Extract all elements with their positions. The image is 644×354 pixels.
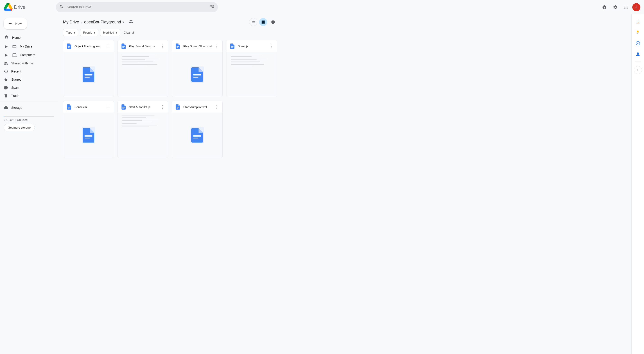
info-button[interactable]	[269, 18, 277, 26]
type-filter-label: Type	[66, 31, 72, 34]
topbar-right: J	[600, 3, 640, 12]
new-button[interactable]: New	[4, 18, 27, 29]
manage-people-button[interactable]	[128, 19, 134, 25]
file-card-start-autopilot-js[interactable]: Start Autopilot.js ⋮	[118, 101, 168, 158]
file-menu-5[interactable]: ⋮	[159, 104, 165, 110]
file-menu-6[interactable]: ⋮	[214, 104, 220, 110]
file-preview-4	[63, 113, 114, 158]
settings-icon[interactable]	[611, 3, 620, 12]
filter-bar: Type ▾ People ▾ Modified ▾ Clear all	[58, 28, 282, 39]
keep-icon-button[interactable]	[634, 28, 642, 37]
file-card-sonar-xml[interactable]: Sonar.xml ⋮	[63, 101, 114, 158]
storage-text: 9 KB of 15 GB used	[4, 118, 54, 122]
sidebar-item-starred-label: Starred	[11, 78, 22, 81]
file-preview-6	[172, 113, 222, 158]
my-drive-icon	[12, 44, 17, 49]
modified-filter-label: Modified	[103, 31, 114, 34]
file-menu-4[interactable]: ⋮	[105, 104, 111, 110]
sidebar-divider	[0, 102, 58, 102]
sidebar-item-shared[interactable]: Shared with me	[0, 59, 54, 67]
file-doc-icon	[175, 43, 181, 49]
storage-icon	[4, 105, 8, 110]
modified-filter[interactable]: Modified ▾	[100, 29, 120, 36]
calendar-icon-button[interactable]	[634, 17, 642, 26]
file-card-header: Sonar.js ⋮	[226, 40, 277, 52]
right-panel-divider	[635, 61, 641, 62]
people-filter[interactable]: People ▾	[80, 29, 98, 36]
svg-rect-5	[637, 22, 638, 22]
search-input[interactable]	[67, 5, 207, 9]
grid-view-button[interactable]	[259, 18, 267, 26]
contacts-icon-button[interactable]	[634, 50, 642, 59]
breadcrumb: My Drive › openBot-Playground ▾	[63, 20, 124, 25]
svg-rect-7	[637, 23, 638, 23]
starred-icon	[4, 77, 8, 82]
sidebar-item-home-label: Home	[12, 36, 20, 40]
type-filter-chevron: ▾	[74, 31, 76, 35]
file-card-header: Start Autopilot.js ⋮	[118, 101, 168, 113]
drive-logo-icon	[4, 3, 12, 12]
preview-lines-3	[231, 55, 272, 67]
search-icon	[60, 5, 64, 10]
file-menu-0[interactable]: ⋮	[105, 43, 111, 50]
breadcrumb-my-drive[interactable]: My Drive	[63, 20, 79, 25]
sidebar-item-computers[interactable]: ▶ Computers	[0, 51, 54, 59]
file-big-icon-4	[82, 127, 95, 143]
folder-name: openBot-Playground ▾	[84, 20, 124, 25]
storage-section: 9 KB of 15 GB used Get more storage	[0, 112, 58, 134]
file-big-icon-6	[190, 127, 204, 143]
sidebar-item-storage[interactable]: Storage	[0, 104, 54, 112]
file-menu-3[interactable]: ⋮	[268, 43, 274, 50]
clear-all-button[interactable]: Clear all	[122, 30, 136, 36]
breadcrumb-separator: ›	[81, 20, 82, 25]
file-card-start-autopilot-xml[interactable]: Start Autopilot.xml ⋮	[172, 101, 222, 158]
topbar: Drive J	[0, 0, 644, 15]
search-filter-icon[interactable]	[210, 5, 214, 10]
sidebar-item-spam[interactable]: Spam	[0, 84, 54, 92]
file-card-object-tracking[interactable]: Object Tracking.xml ⋮	[63, 40, 114, 97]
sidebar-item-my-drive[interactable]: ▶ My Drive	[0, 42, 54, 51]
tasks-icon-button[interactable]	[634, 39, 642, 48]
new-button-label: New	[15, 22, 22, 26]
file-card-play-sound-slow-js[interactable]: Play Sound Slow .js ⋮	[118, 40, 168, 97]
sidebar-item-starred[interactable]: Starred	[0, 76, 54, 84]
file-menu-2[interactable]: ⋮	[214, 43, 220, 50]
file-doc-icon	[66, 43, 72, 49]
modified-filter-chevron: ▾	[116, 31, 117, 35]
file-card-header: Start Autopilot.xml ⋮	[172, 101, 222, 113]
sidebar-item-recent[interactable]: Recent	[0, 67, 54, 76]
file-doc-icon	[175, 104, 181, 110]
people-filter-chevron: ▾	[94, 31, 96, 35]
trash-icon	[4, 94, 8, 98]
list-view-button[interactable]	[249, 18, 257, 26]
sidebar-item-computers-label: Computers	[20, 53, 35, 57]
file-card-play-sound-slow-xml[interactable]: Play Sound Slow .xml ⋮	[172, 40, 222, 97]
search-bar	[56, 2, 218, 13]
apps-icon[interactable]	[622, 3, 630, 12]
folder-dropdown-icon[interactable]: ▾	[122, 20, 124, 24]
file-big-icon-2	[190, 67, 204, 83]
file-preview-1	[118, 52, 168, 97]
get-storage-button[interactable]: Get more storage	[4, 124, 35, 131]
folder-name-text: openBot-Playground	[84, 20, 121, 25]
sidebar-item-trash[interactable]: Trash	[0, 92, 54, 100]
file-doc-icon	[120, 43, 127, 49]
file-card-sonar-js[interactable]: Sonar.js ⋮	[226, 40, 277, 97]
help-icon[interactable]	[600, 3, 609, 12]
sidebar-item-home[interactable]: Home	[0, 33, 54, 42]
add-apps-button[interactable]: +	[634, 66, 642, 74]
avatar[interactable]: J	[632, 3, 640, 11]
logo-text: Drive	[14, 4, 26, 10]
sidebar-item-storage-label: Storage	[11, 106, 22, 109]
file-preview-3	[226, 52, 277, 97]
sidebar: New Home ▶ My Drive ▶ Computers Shared w…	[0, 15, 58, 354]
logo-area: Drive	[4, 3, 53, 12]
preview-lines-1	[122, 55, 164, 67]
svg-rect-8	[638, 23, 639, 23]
file-doc-icon	[66, 104, 72, 110]
preview-lines-5	[122, 116, 164, 128]
file-preview-5	[118, 113, 168, 158]
shared-icon	[4, 61, 8, 66]
type-filter[interactable]: Type ▾	[63, 29, 78, 36]
file-menu-1[interactable]: ⋮	[159, 43, 165, 50]
